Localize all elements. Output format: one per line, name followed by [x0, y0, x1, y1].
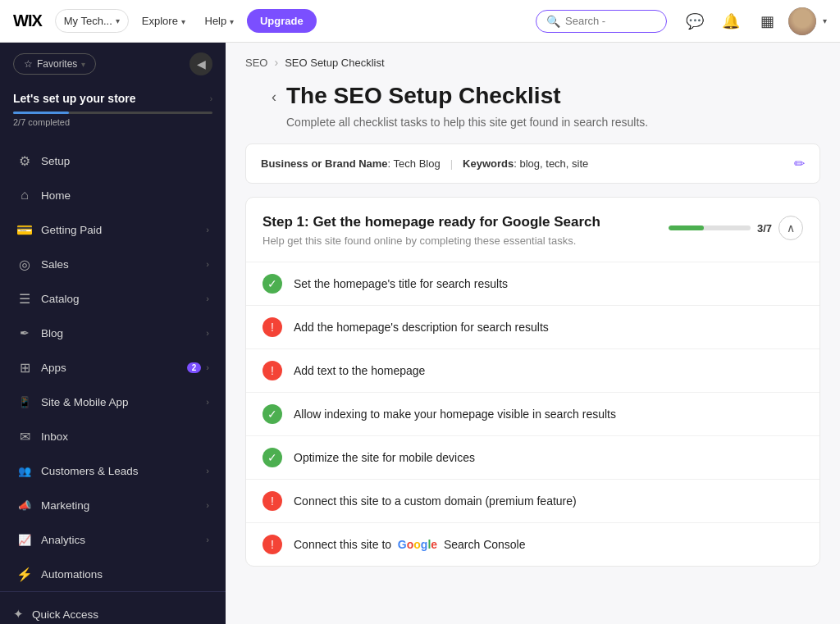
blog-icon: ✒	[16, 325, 33, 341]
checklist-item-5[interactable]: ✓ Optimize the site for mobile devices	[246, 435, 819, 479]
marketing-chevron-icon: ›	[206, 500, 209, 510]
sidebar-header: ☆ Favorites ▾ ◀	[0, 43, 226, 82]
analytics-icon: 📈	[16, 531, 33, 548]
sidebar-item-site-mobile-label: Site & Mobile App	[41, 396, 206, 408]
sidebar-item-getting-paid[interactable]: 💳 Getting Paid ›	[3, 213, 222, 246]
sidebar-item-setup-label: Setup	[41, 155, 209, 167]
sidebar-item-marketing[interactable]: 📣 Marketing ›	[3, 489, 222, 522]
info-bar: Business or Brand Name: Tech Blog | Keyw…	[245, 143, 820, 184]
quick-access-item[interactable]: ✦ Quick Access	[0, 599, 226, 624]
check-done-icon-4: ✓	[262, 404, 282, 424]
sidebar-item-setup[interactable]: ⚙ Setup	[3, 144, 222, 177]
top-nav: WIX My Tech... ▾ Explore ▾ Help ▾ Upgrad…	[0, 0, 840, 43]
breadcrumb: SEO › SEO Setup Checklist	[226, 43, 840, 75]
step-header-left: Step 1: Get the homepage ready for Googl…	[262, 214, 669, 248]
notifications-icon-button[interactable]: 🔔	[716, 7, 746, 36]
my-tech-dropdown[interactable]: My Tech... ▾	[55, 9, 129, 33]
search-input[interactable]	[565, 15, 647, 27]
wix-logo: WIX	[13, 11, 42, 30]
sales-chevron-icon: ›	[206, 259, 209, 269]
checklist-item-2[interactable]: ! Add the homepage's description for sea…	[246, 305, 819, 348]
sidebar-item-apps[interactable]: ⊞ Apps 2 ›	[3, 351, 222, 384]
getting-paid-icon: 💳	[16, 221, 33, 238]
favorites-chevron-icon: ▾	[81, 60, 85, 69]
store-progress-fill	[13, 112, 69, 114]
checklist-item-2-label: Add the homepage's description for searc…	[294, 321, 549, 334]
user-avatar[interactable]	[788, 7, 816, 35]
dashboard-icon-button[interactable]: ▦	[752, 7, 782, 36]
catalog-icon: ☰	[16, 290, 33, 307]
store-setup-chevron-icon: ›	[210, 94, 212, 103]
sidebar-item-home-label: Home	[41, 189, 209, 202]
sidebar-item-sales-label: Sales	[41, 258, 206, 271]
apps-chevron-icon: ›	[206, 362, 209, 372]
step-progress-bar	[669, 225, 751, 230]
checklist-item-6-label: Connect this site to a custom domain (pr…	[294, 494, 577, 508]
blog-chevron-icon: ›	[206, 328, 209, 338]
checklist-item-7-label: Connect this site to Google Search Conso…	[294, 538, 526, 551]
search-bar[interactable]: 🔍	[536, 10, 667, 33]
info-bar-sep: |	[450, 157, 453, 170]
favorites-button[interactable]: ☆ Favorites ▾	[13, 53, 96, 75]
upgrade-button[interactable]: Upgrade	[247, 9, 317, 33]
edit-info-button[interactable]: ✏	[794, 156, 805, 171]
star-icon: ☆	[24, 58, 33, 70]
sidebar-item-automations[interactable]: ⚡ Automations	[3, 558, 222, 590]
brand-name-label: Business or Brand Name: Tech Blog	[261, 157, 441, 170]
main-layout: ☆ Favorites ▾ ◀ Let's set up your store …	[0, 43, 840, 624]
sidebar-item-marketing-label: Marketing	[41, 499, 206, 512]
checklist-item-5-label: Optimize the site for mobile devices	[294, 451, 475, 464]
check-error-icon-3: !	[262, 361, 282, 380]
checklist-item-3[interactable]: ! Add text to the homepage	[246, 348, 819, 392]
breadcrumb-separator: ›	[274, 56, 278, 69]
checklist-item-4[interactable]: ✓ Allow indexing to make your homepage v…	[246, 392, 819, 435]
sales-icon: ◎	[16, 256, 33, 272]
site-mobile-icon: 📱	[16, 394, 33, 410]
checklist-item-4-label: Allow indexing to make your homepage vis…	[294, 408, 616, 421]
sidebar-bottom: ✦ Quick Access	[0, 591, 226, 624]
help-nav[interactable]: Help ▾	[199, 10, 240, 32]
automations-icon: ⚡	[16, 566, 33, 582]
sidebar-collapse-button[interactable]: ◀	[189, 52, 212, 75]
page-title: The SEO Setup Checklist	[286, 82, 648, 110]
sidebar-item-home[interactable]: ⌂ Home	[3, 179, 222, 212]
chat-icon-button[interactable]: 💬	[680, 7, 710, 36]
sidebar-item-sales[interactable]: ◎ Sales ›	[3, 248, 222, 280]
check-error-icon-6: !	[262, 491, 282, 511]
sidebar-item-customers-leads-label: Customers & Leads	[41, 465, 206, 477]
nav-icons: 💬 🔔 ▦ ▾	[680, 7, 827, 36]
sidebar-item-customers-leads[interactable]: 👥 Customers & Leads ›	[3, 454, 222, 487]
sidebar-item-site-mobile[interactable]: 📱 Site & Mobile App ›	[3, 385, 222, 418]
back-button[interactable]: ‹	[272, 89, 276, 106]
marketing-icon: 📣	[16, 497, 33, 513]
user-menu-chevron-icon[interactable]: ▾	[823, 16, 827, 25]
checklist-item-1[interactable]: ✓ Set the homepage's title for search re…	[246, 262, 819, 305]
checklist-item-6[interactable]: ! Connect this site to a custom domain (…	[246, 479, 819, 522]
search-icon: 🔍	[546, 15, 560, 28]
sidebar-item-getting-paid-label: Getting Paid	[41, 224, 206, 236]
keywords-label: Keywords: blog, tech, site	[463, 157, 588, 170]
page-subtitle: Complete all checklist tasks to help thi…	[286, 115, 648, 131]
store-progress-bar	[13, 112, 212, 114]
setup-icon: ⚙	[16, 153, 33, 169]
quick-access-icon: ✦	[13, 607, 24, 622]
sidebar: ☆ Favorites ▾ ◀ Let's set up your store …	[0, 43, 226, 624]
customers-leads-icon: 👥	[16, 462, 33, 479]
step-toggle-button[interactable]: ∧	[778, 216, 803, 240]
checklist-item-7[interactable]: ! Connect this site to Google Search Con…	[246, 522, 819, 566]
breadcrumb-current: SEO Setup Checklist	[285, 57, 384, 69]
breadcrumb-seo-link[interactable]: SEO	[245, 57, 267, 69]
step-progress-fill	[669, 225, 704, 230]
sidebar-item-catalog[interactable]: ☰ Catalog ›	[3, 282, 222, 315]
sidebar-item-analytics-label: Analytics	[41, 534, 206, 546]
explore-nav[interactable]: Explore ▾	[135, 10, 192, 32]
sidebar-item-catalog-label: Catalog	[41, 293, 206, 305]
content-header: ‹ The SEO Setup Checklist Complete all c…	[226, 75, 840, 130]
step-header[interactable]: Step 1: Get the homepage ready for Googl…	[246, 198, 819, 262]
sidebar-item-blog[interactable]: ✒ Blog ›	[3, 317, 222, 349]
sidebar-item-automations-label: Automations	[41, 568, 209, 581]
home-icon: ⌂	[16, 187, 33, 203]
store-setup-section[interactable]: Let's set up your store › 2/7 completed	[0, 82, 226, 130]
sidebar-item-analytics[interactable]: 📈 Analytics ›	[3, 523, 222, 556]
sidebar-item-inbox[interactable]: ✉ Inbox	[3, 420, 222, 453]
